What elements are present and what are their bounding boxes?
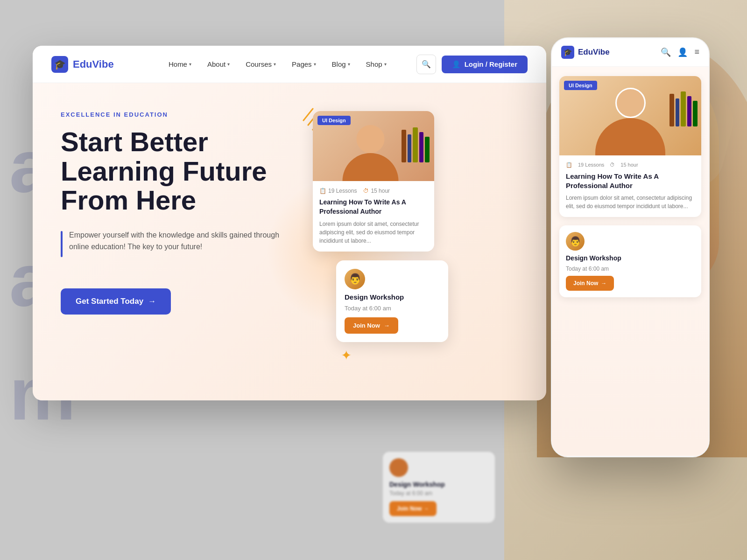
chevron-icon: ▾ [384,62,387,67]
phone-logo-icon: 🎓 [561,46,574,59]
browser-window: 🎓 EduVibe Home ▾ About ▾ Courses ▾ Pages… [33,46,546,400]
course-title: Learning How To Write As A Professional … [319,198,428,216]
phone-search-icon[interactable]: 🔍 [661,47,671,57]
user-icon: 👤 [452,60,461,69]
logo-text: EduVibe [73,58,114,70]
workshop-time: Today at 6:00 am [345,305,391,312]
lessons-meta: 📋 19 Lessons [319,188,357,194]
chevron-icon: ▾ [227,62,230,67]
join-now-button[interactable]: Join Now → [345,317,398,334]
phone-actions: 🔍 👤 ≡ [661,47,699,57]
bookshelf [402,116,430,162]
chevron-icon: ▾ [274,62,276,67]
phone-arrow-icon: → [601,280,606,287]
course-card-image: UI Design [313,111,434,181]
card-person [340,120,401,181]
clock-icon: ⏱ [363,188,369,194]
course-meta: 📋 19 Lessons ⏱ 15 hour [319,188,428,194]
nav-home[interactable]: Home ▾ [162,57,198,71]
workshop-avatar: 👨 [345,269,365,289]
phone-lessons-icon: 📋 [566,162,572,168]
phone-course-card: UI Design 📋 19 Lessons ⏱ [559,76,701,217]
nav-blog[interactable]: Blog ▾ [325,57,357,71]
phone-course-description: Lorem ipsum dolor sit amet, consectetur … [566,194,695,210]
phone-header: 🎓 EduVibe 🔍 👤 ≡ [552,38,709,67]
phone-logo-text: EduVibe [578,48,610,57]
workshop-card-floating: 👨 Design Workshop Today at 6:00 am Join … [336,260,448,342]
workshop-title: Design Workshop [345,293,404,301]
course-card-floating: UI Design 📋 [313,111,434,252]
chevron-icon: ▾ [348,62,350,67]
phone-join-button[interactable]: Join Now → [566,276,614,291]
logo-icon: 🎓 [51,56,68,73]
phone-clock-icon: ⏱ [610,162,615,168]
nav-pages[interactable]: Pages ▾ [285,57,323,71]
phone-course-title: Learning How To Write As A Professional … [566,172,695,190]
phone-user-icon[interactable]: 👤 [677,47,688,57]
arrow-icon: → [148,297,156,306]
search-icon: 🔍 [422,60,431,69]
hero-description: Empower yourself with the knowledge and … [69,229,285,253]
phone-menu-icon[interactable]: ≡ [694,47,699,57]
phone-workshop-time: Today at 6:00 am [566,266,695,272]
blurred-bg-card: Design Workshop Today at 6:00 am Join No… [383,452,495,523]
hero-content: EXCELLENCE IN EDUCATION Start Better Lea… [61,111,285,382]
phone-course-meta: 📋 19 Lessons ⏱ 15 hour [566,162,695,168]
nav-shop[interactable]: Shop ▾ [359,57,393,71]
nav-about[interactable]: About ▾ [201,57,236,71]
search-button[interactable]: 🔍 [416,55,436,74]
hero-section: EXCELLENCE IN EDUCATION Start Better Lea… [33,83,546,400]
login-button[interactable]: 👤 Login / Register [442,56,528,73]
phone-workshop-card: 👨 Design Workshop Today at 6:00 am Join … [559,225,701,297]
nav-links: Home ▾ About ▾ Courses ▾ Pages ▾ Blog ▾ … [162,57,393,71]
svg-line-0 [303,109,313,120]
hero-badge: EXCELLENCE IN EDUCATION [61,111,285,118]
phone-card-person [591,85,670,155]
hero-title: Start Better Learning Future From Here [61,127,285,215]
chevron-icon: ▾ [189,62,191,67]
chevron-icon: ▾ [314,62,316,67]
get-started-button[interactable]: Get Started Today → [61,288,171,315]
hero-divider [61,231,63,257]
phone-mockup: 🎓 EduVibe 🔍 👤 ≡ UI Design [551,37,710,457]
phone-body: UI Design 📋 19 Lessons ⏱ [552,67,709,456]
duration-meta: ⏱ 15 hour [363,188,390,194]
phone-card-body: 📋 19 Lessons ⏱ 15 hour Learning How To W… [559,155,701,217]
arrow-icon: → [384,322,390,329]
lessons-icon: 📋 [319,188,326,194]
course-card-body: 📋 19 Lessons ⏱ 15 hour Learning How To W… [313,181,434,252]
phone-workshop-avatar: 👨 [566,232,585,251]
nav-actions: 🔍 👤 Login / Register [416,55,528,74]
phone-card-image: UI Design [559,76,701,155]
navbar: 🎓 EduVibe Home ▾ About ▾ Courses ▾ Pages… [33,46,546,83]
phone-bookshelf [669,80,698,126]
logo[interactable]: 🎓 EduVibe [51,56,114,73]
nav-courses[interactable]: Courses ▾ [239,57,282,71]
course-description: Lorem ipsum dolor sit amet, consectetur … [319,220,428,245]
hero-description-wrapper: Empower yourself with the knowledge and … [61,229,285,272]
phone-workshop-title: Design Workshop [566,254,695,262]
plus-decoration: ✦ [341,348,352,363]
